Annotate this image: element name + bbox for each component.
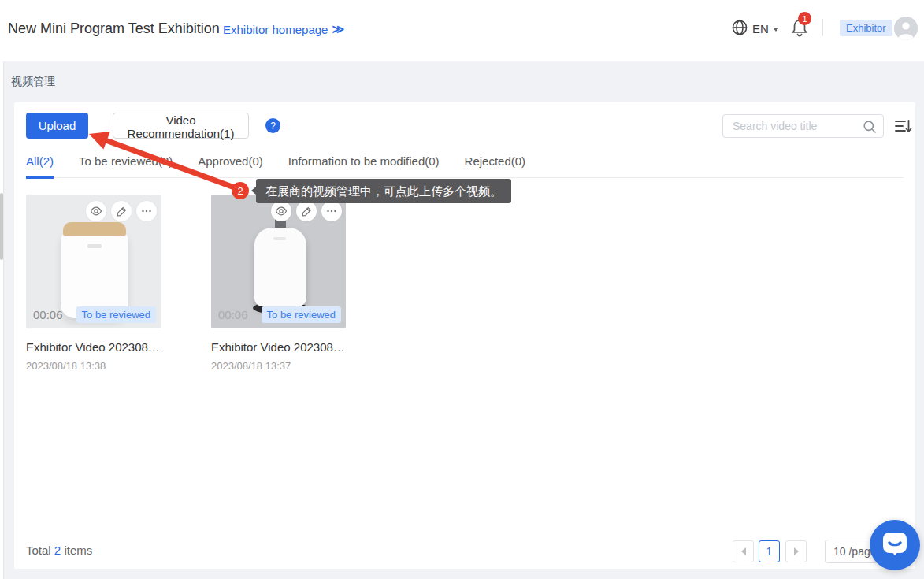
video-duration: 00:06 [33,308,63,321]
top-header: New Mini Program Test Exhibition Exhibit… [0,0,924,61]
total-suffix: items [64,544,92,557]
preview-eye-button[interactable] [86,201,106,221]
header-divider [822,19,823,36]
tab-rejected[interactable]: Rejected(0) [465,148,526,177]
more-options-button[interactable] [136,201,157,221]
search-icon[interactable] [863,120,877,137]
language-switcher[interactable]: EN [731,19,779,39]
video-date: 2023/08/18 13:38 [26,360,161,372]
upload-button[interactable]: Upload [26,113,88,139]
preview-eye-button[interactable] [271,201,291,221]
left-scrollbar-track [0,61,4,579]
app-root: New Mini Program Test Exhibition Exhibit… [0,0,924,579]
chevron-down-icon [773,28,779,32]
chat-bubble-icon [880,529,910,562]
page-title: 视频管理 [11,75,55,89]
annotation-tooltip: 在展商的视频管理中，可点此上传多个视频。 [256,179,511,203]
edit-pencil-button[interactable] [296,201,317,221]
video-title[interactable]: Exhibitor Video 202308… [211,340,346,354]
video-card: 00:06 To be reviewed Exhibitor Video 202… [211,195,346,372]
notifications-button[interactable]: 1 [790,17,814,43]
sort-icon[interactable] [893,117,912,135]
total-count: 2 [54,544,61,557]
avatar[interactable] [894,17,918,40]
status-tabs: All(2) To be reviewed(2) Approved(0) Inf… [26,148,904,178]
notification-count-badge: 1 [798,12,811,25]
video-recommendation-button[interactable]: Video Recommendation(1) [113,113,249,139]
pagination-page-1[interactable]: 1 [759,540,780,562]
help-icon[interactable]: ? [265,118,280,133]
status-badge: To be reviewed [262,306,341,323]
video-thumbnail[interactable]: 00:06 To be reviewed [26,195,161,328]
tab-to-be-reviewed[interactable]: To be reviewed(2) [79,148,173,177]
video-management-panel: Upload Video Recommendation(1) ? All(2) … [14,102,915,569]
exhibition-title: New Mini Program Test Exhibition [8,20,220,37]
more-options-button[interactable] [321,201,342,221]
left-scrollbar-thumb[interactable] [0,193,3,260]
double-chevron-right-icon: ≫ [332,22,344,36]
status-badge: To be reviewed [76,306,156,323]
annotation-step-badge: 2 [232,182,249,199]
globe-icon [731,19,748,39]
thumbnail-actions [271,201,342,221]
thumbnail-actions [86,201,157,221]
pagination-next-button[interactable] [785,540,807,562]
video-date: 2023/08/18 13:37 [211,360,346,372]
video-title[interactable]: Exhibitor Video 202308… [26,340,161,354]
tab-all[interactable]: All(2) [26,148,54,179]
pagination-prev-button[interactable] [733,540,754,562]
exhibitor-homepage-label: Exhibitor homepage [223,23,328,36]
edit-pencil-button[interactable] [111,201,132,221]
product-image [254,210,306,317]
video-duration: 00:06 [218,308,248,321]
search-input[interactable] [723,115,861,137]
video-thumbnail[interactable]: 00:06 To be reviewed [211,195,346,328]
total-prefix: Total [26,544,51,557]
role-badge: Exhibitor [840,20,892,36]
total-items-text: Total 2 items [26,544,92,557]
product-image [61,222,128,318]
tab-information-to-be-modified[interactable]: Information to be modified(0) [288,148,440,177]
video-search-box [722,114,884,138]
video-card: 00:06 To be reviewed Exhibitor Video 202… [26,195,161,372]
bell-icon [790,27,809,40]
tab-approved[interactable]: Approved(0) [198,148,263,177]
exhibitor-homepage-link[interactable]: Exhibitor homepage ≫ [223,22,344,36]
language-label: EN [752,22,769,35]
chat-launcher-button[interactable] [870,520,920,570]
